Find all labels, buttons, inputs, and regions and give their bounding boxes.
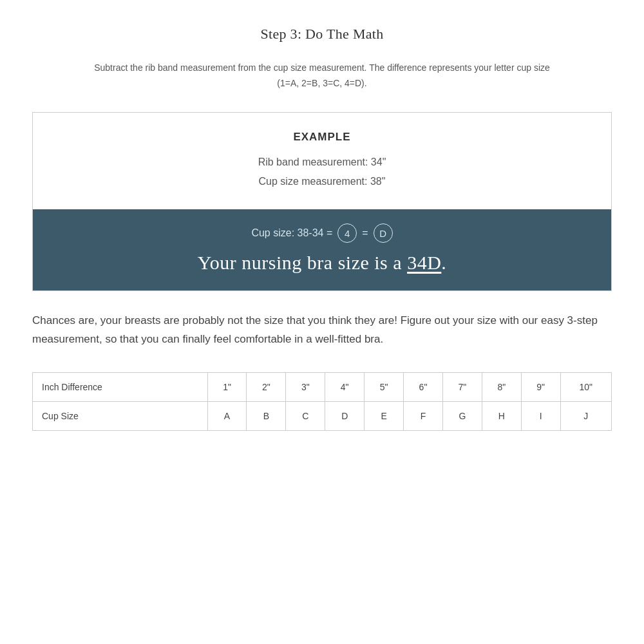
table-header-9": 9" (521, 373, 560, 402)
table-cell-g: G (442, 402, 482, 431)
formula-equals: = (362, 227, 368, 239)
cup-size-formula: Cup size: 38-34 = 4 = D (46, 223, 598, 243)
description-text: Chances are, your breasts are probably n… (32, 312, 612, 349)
example-bottom: Cup size: 38-34 = 4 = D Your nursing bra… (33, 209, 611, 290)
table-cell-e: E (365, 402, 404, 431)
example-box: EXAMPLE Rib band measurement: 34" Cup si… (32, 112, 612, 292)
table-header-inch-diff: Inch Difference (33, 373, 208, 402)
table-cell-h: H (482, 402, 521, 431)
subtitle-text: Subtract the rib band measurement from t… (32, 61, 612, 91)
result-prefix: Your nursing bra size is a (198, 252, 407, 273)
table-header-1": 1" (207, 373, 247, 402)
table-cell-a: A (207, 402, 247, 431)
table-header-8": 8" (482, 373, 521, 402)
table-header-5": 5" (365, 373, 404, 402)
table-row-label: Cup Size (33, 402, 208, 431)
formula-number-circle: 4 (337, 223, 357, 243)
result-suffix: . (441, 252, 446, 273)
table-header-3": 3" (286, 373, 325, 402)
step-title: Step 3: Do The Math (32, 26, 612, 43)
table-cell-j: J (560, 402, 611, 431)
table-data-row: Cup SizeABCDEFGHIJ (33, 402, 612, 431)
table-header-2": 2" (247, 373, 286, 402)
rib-band-measurement: Rib band measurement: 34" (46, 153, 598, 172)
formula-prefix: Cup size: 38-34 = (251, 227, 332, 239)
table-cell-f: F (404, 402, 443, 431)
table-header-6": 6" (404, 373, 443, 402)
table-cell-d: D (325, 402, 365, 431)
bra-size-result: Your nursing bra size is a 34D. (46, 252, 598, 274)
cup-size-measurement: Cup size measurement: 38" (46, 172, 598, 191)
formula-letter-circle: D (374, 223, 393, 243)
result-size: 34D (407, 252, 441, 273)
table-header-4": 4" (325, 373, 365, 402)
page-container: Step 3: Do The Math Subtract the rib ban… (0, 0, 644, 644)
table-cell-b: B (247, 402, 286, 431)
example-label: EXAMPLE (46, 131, 598, 144)
table-header-7": 7" (442, 373, 482, 402)
table-cell-i: I (521, 402, 560, 431)
example-top: EXAMPLE Rib band measurement: 34" Cup si… (33, 113, 611, 210)
size-table: Inch Difference1"2"3"4"5"6"7"8"9"10"Cup … (32, 372, 612, 431)
table-header-10": 10" (560, 373, 611, 402)
table-cell-c: C (286, 402, 325, 431)
